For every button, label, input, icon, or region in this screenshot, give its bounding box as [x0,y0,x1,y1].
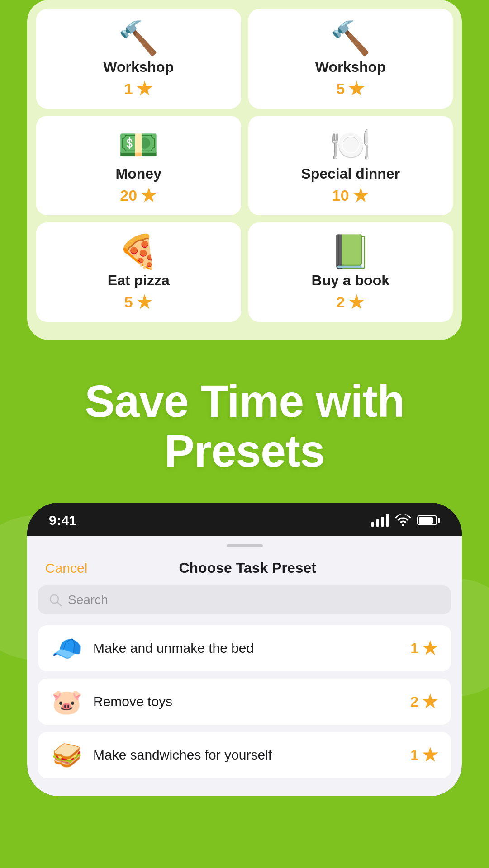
book-points: 2 [336,293,365,311]
signal-bar-1 [371,522,374,527]
sheet-header: Cancel Choose Task Preset [27,547,462,585]
money-name: Money [116,165,161,182]
book-icon: 📗 [330,235,371,268]
battery-tip [438,518,440,523]
search-bar[interactable]: Search [38,585,451,614]
star-icon [141,188,157,204]
dinner-name: Special dinner [301,165,400,182]
star-icon [137,294,153,311]
promo-section: Save Time with Presets [0,340,489,503]
signal-icon [371,514,389,527]
svg-line-1 [57,602,61,606]
search-icon [49,594,62,606]
search-placeholder: Search [68,593,108,607]
workshop5-points: 5 [336,80,365,98]
phone-mockup: 9:41 Cancel Choose Task Pre [27,503,462,796]
phone-screen: Cancel Choose Task Preset Search 🧢 Make … [27,536,462,796]
task3-name: Make sandwiches for yourself [93,747,399,763]
workshop5-name: Workshop [315,59,386,75]
promo-title: Save Time with Presets [27,376,462,476]
workshop1-name: Workshop [103,59,174,75]
money-icon: 💵 [118,128,159,161]
star-icon [137,81,153,97]
task-item[interactable]: 🧢 Make and unmake the bed 1 [38,625,451,671]
task1-icon: 🧢 [51,636,82,660]
task-item[interactable]: 🥪 Make sandwiches for yourself 1 [38,732,451,778]
money-points: 20 [120,187,157,204]
reward-pizza5[interactable]: 🍕 Eat pizza 5 [36,222,241,322]
workshop1-icon: 🔨 [118,22,159,54]
signal-bar-4 [386,514,389,527]
workshop5-icon: 🔨 [330,22,371,54]
star-icon [348,81,365,97]
task1-points: 1 [410,640,438,657]
cancel-button[interactable]: Cancel [45,561,87,576]
top-rewards-card: 🔨 Workshop 1 🔨 Workshop 5 💵 Money 20 [27,0,462,340]
reward-dinner10[interactable]: 🍽️ Special dinner 10 [248,116,453,215]
task3-icon: 🥪 [51,743,82,767]
status-bar: 9:41 [27,503,462,536]
star-icon [422,693,438,710]
star-icon [422,640,438,656]
task2-name: Remove toys [93,694,399,709]
signal-bar-3 [381,517,384,527]
battery-icon [417,515,440,525]
reward-money20[interactable]: 💵 Money 20 [36,116,241,215]
status-icons [371,514,440,527]
wifi-icon [395,514,411,526]
pizza-name: Eat pizza [108,272,170,289]
task2-icon: 🐷 [51,689,82,714]
battery-fill [419,517,433,524]
dinner-points: 10 [332,187,369,204]
sheet-title: Choose Task Preset [179,560,316,576]
book-name: Buy a book [312,272,389,289]
task2-points: 2 [410,693,438,710]
star-icon [353,188,369,204]
task-item[interactable]: 🐷 Remove toys 2 [38,679,451,725]
workshop1-points: 1 [124,80,153,98]
task3-points: 1 [410,747,438,764]
battery-body [417,515,437,525]
reward-workshop5[interactable]: 🔨 Workshop 5 [248,9,453,108]
pizza-icon: 🍕 [118,235,159,268]
star-icon [348,294,365,311]
reward-workshop1[interactable]: 🔨 Workshop 1 [36,9,241,108]
pizza-points: 5 [124,293,153,311]
task-list: 🧢 Make and unmake the bed 1 🐷 Remove toy… [27,625,462,796]
status-time: 9:41 [49,513,77,528]
star-icon [422,747,438,763]
dinner-icon: 🍽️ [330,128,371,161]
signal-bar-2 [376,519,379,527]
rewards-grid: 🔨 Workshop 1 🔨 Workshop 5 💵 Money 20 [36,9,453,322]
task1-name: Make and unmake the bed [93,641,399,656]
reward-book2[interactable]: 📗 Buy a book 2 [248,222,453,322]
